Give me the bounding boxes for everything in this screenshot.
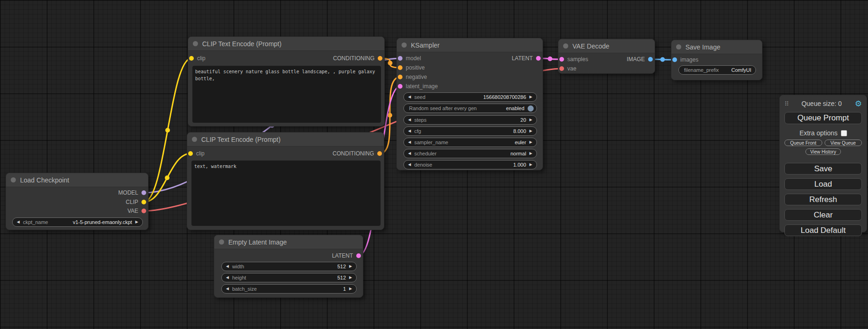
random-seed-toggle-widget[interactable]: Random seed after every gen enabled (403, 104, 537, 113)
decrement-arrow-icon[interactable]: ◀ (226, 265, 229, 268)
collapse-dot-icon[interactable] (676, 44, 681, 49)
collapse-dot-icon[interactable] (193, 41, 198, 46)
wire-midpoint-dot[interactable] (548, 56, 552, 61)
positive-input-port[interactable] (398, 65, 402, 70)
width-widget[interactable]: ◀ width 512 ▶ (221, 262, 357, 271)
increment-arrow-icon[interactable]: ▶ (349, 287, 352, 291)
drag-handle-icon[interactable]: ⠿ (784, 100, 789, 107)
node-empty-latent-image[interactable]: Empty Latent Image LATENT ◀ width 512 ▶ … (214, 235, 363, 298)
node-title-bar[interactable]: Load Checkpoint (6, 173, 148, 187)
refresh-button[interactable]: Refresh (784, 194, 862, 205)
cfg-widget[interactable]: ◀ cfg 8.000 ▶ (403, 126, 537, 136)
image-output-port[interactable] (648, 57, 653, 62)
node-title-bar[interactable]: Empty Latent Image (214, 235, 363, 249)
increment-arrow-icon[interactable]: ▶ (529, 163, 532, 167)
increment-arrow-icon[interactable]: ▶ (349, 276, 352, 280)
clip-input-port[interactable] (189, 56, 194, 61)
wire-midpoint-dot[interactable] (388, 61, 393, 65)
extra-options-checkbox[interactable] (841, 130, 847, 136)
widget-value: 1 (343, 286, 349, 292)
node-title-bar[interactable]: CLIP Text Encode (Prompt) (188, 37, 384, 51)
collapse-dot-icon[interactable] (402, 42, 407, 48)
samples-input-port[interactable] (559, 57, 564, 62)
node-title-bar[interactable]: KSampler (397, 38, 543, 52)
wire-midpoint-dot[interactable] (660, 57, 665, 62)
node-vae-decode[interactable]: VAE Decode samples vae IMAGE (558, 39, 655, 74)
increment-arrow-icon[interactable]: ▶ (529, 95, 532, 99)
latent-output-port[interactable] (356, 253, 361, 258)
clear-button[interactable]: Clear (784, 209, 862, 221)
widget-value: v1-5-pruned-emaonly.ckpt (73, 219, 135, 225)
node-clip-text-encode-positive[interactable]: CLIP Text Encode (Prompt) clip CONDITION… (188, 36, 385, 126)
ckpt-name-widget[interactable]: ◀ ckpt_name v1-5-pruned-emaonly.ckpt ▶ (12, 217, 143, 227)
output-label: LATENT (332, 252, 353, 259)
conditioning-output-port[interactable] (378, 56, 382, 61)
queue-prompt-button[interactable]: Queue Prompt (784, 112, 862, 124)
output-clip: CLIP (126, 197, 146, 207)
increment-arrow-icon[interactable]: ▶ (529, 140, 532, 144)
prompt-textarea[interactable]: beautiful scenery nature glass bottle la… (192, 66, 381, 123)
node-clip-text-encode-negative[interactable]: CLIP Text Encode (Prompt) clip CONDITION… (187, 132, 384, 230)
decrement-arrow-icon[interactable]: ◀ (226, 287, 229, 291)
node-title-bar[interactable]: VAE Decode (558, 39, 655, 53)
widget-value: 156680208700286 (483, 94, 529, 100)
steps-widget[interactable]: ◀ steps 20 ▶ (403, 115, 537, 125)
conditioning-output-port[interactable] (377, 151, 382, 156)
graph-canvas[interactable]: Load Checkpoint MODEL CLIP VAE ◀ ckpt_na… (0, 0, 868, 329)
toggle-dot-icon[interactable] (528, 105, 534, 112)
decrement-arrow-icon[interactable]: ◀ (408, 140, 411, 144)
queue-front-button[interactable]: Queue Front (784, 140, 822, 146)
sampler-name-widget[interactable]: ◀ sampler_name euler ▶ (403, 138, 537, 147)
increment-arrow-icon[interactable]: ▶ (529, 118, 532, 122)
load-default-button[interactable]: Load Default (784, 224, 862, 236)
node-title: KSampler (411, 42, 439, 49)
model-input-port[interactable] (398, 56, 402, 61)
model-output-port[interactable] (141, 190, 146, 195)
filename-prefix-widget[interactable]: filename_prefix ComfyUI (678, 65, 756, 75)
node-save-image[interactable]: Save Image images filename_prefix ComfyU… (671, 40, 762, 80)
increment-arrow-icon[interactable]: ▶ (349, 265, 352, 268)
view-queue-button[interactable]: View Queue (825, 140, 862, 146)
view-history-button[interactable]: View History (805, 148, 840, 155)
increment-arrow-icon[interactable]: ▶ (529, 129, 532, 133)
increment-arrow-icon[interactable]: ▶ (135, 220, 138, 224)
vae-input-port[interactable] (559, 66, 564, 71)
decrement-arrow-icon[interactable]: ◀ (17, 220, 20, 224)
node-load-checkpoint[interactable]: Load Checkpoint MODEL CLIP VAE ◀ ckpt_na… (6, 173, 148, 230)
images-input-port[interactable] (672, 57, 677, 62)
collapse-dot-icon[interactable] (219, 239, 224, 245)
latent-output-port[interactable] (536, 56, 541, 61)
prompt-textarea[interactable]: text, watermark (191, 161, 381, 226)
node-title-bar[interactable]: CLIP Text Encode (Prompt) (187, 133, 384, 147)
increment-arrow-icon[interactable]: ▶ (529, 152, 532, 155)
denoise-widget[interactable]: ◀ denoise 1.000 ▶ (403, 160, 537, 169)
settings-gear-icon[interactable]: ⚙ (855, 100, 862, 108)
node-title-bar[interactable]: Save Image (671, 40, 762, 54)
widget-value: 20 (521, 117, 529, 123)
latent-input-port[interactable] (398, 84, 402, 89)
node-ksampler[interactable]: KSampler model positive negative latent_… (396, 38, 543, 170)
collapse-dot-icon[interactable] (192, 137, 197, 142)
decrement-arrow-icon[interactable]: ◀ (408, 152, 411, 155)
decrement-arrow-icon[interactable]: ◀ (408, 129, 411, 133)
batch-size-widget[interactable]: ◀ batch_size 1 ▶ (221, 284, 357, 294)
decrement-arrow-icon[interactable]: ◀ (408, 163, 411, 167)
save-button[interactable]: Save (784, 163, 862, 175)
collapse-dot-icon[interactable] (11, 177, 16, 182)
output-label: IMAGE (627, 56, 645, 63)
height-widget[interactable]: ◀ height 512 ▶ (221, 273, 357, 282)
clip-output-port[interactable] (141, 200, 146, 204)
decrement-arrow-icon[interactable]: ◀ (408, 95, 411, 99)
collapse-dot-icon[interactable] (563, 43, 568, 49)
seed-widget[interactable]: ◀ seed 156680208700286 ▶ (403, 92, 537, 102)
load-button[interactable]: Load (784, 178, 862, 190)
clip-input-port[interactable] (188, 151, 193, 156)
scheduler-widget[interactable]: ◀ scheduler normal ▶ (403, 149, 537, 158)
negative-input-port[interactable] (398, 75, 402, 79)
decrement-arrow-icon[interactable]: ◀ (226, 276, 229, 280)
output-conditioning: CONDITIONING (333, 54, 382, 63)
decrement-arrow-icon[interactable]: ◀ (408, 118, 411, 122)
vae-output-port[interactable] (141, 209, 146, 213)
wire-midpoint-dot[interactable] (165, 128, 170, 133)
wire-midpoint-dot[interactable] (165, 175, 169, 180)
